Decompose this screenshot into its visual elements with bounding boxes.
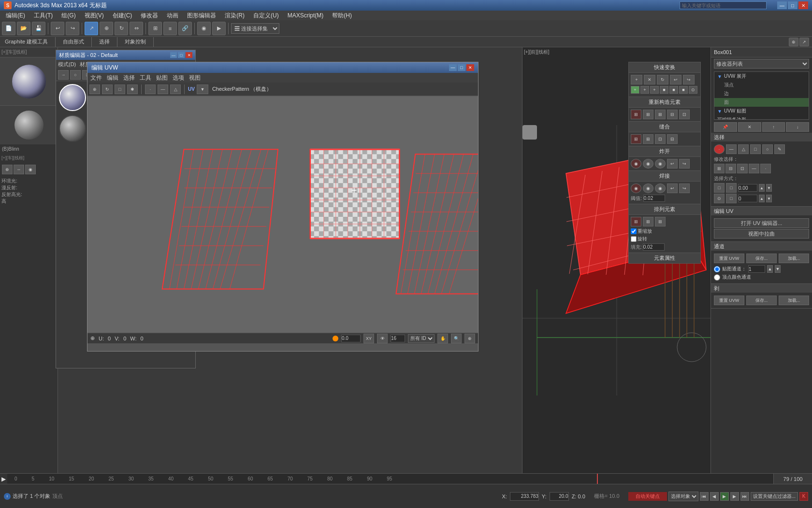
uvw-scale-btn[interactable]: □	[115, 85, 125, 94]
sel-face-btn[interactable]: △	[738, 144, 749, 154]
recon-btn4[interactable]: ⊟	[667, 110, 678, 119]
sidebar-btn-3[interactable]: ◉	[25, 165, 36, 174]
face-item[interactable]: 面	[714, 98, 809, 107]
g-snap-button[interactable]: ⊕	[789, 38, 798, 46]
merge-btn2[interactable]: ⊞	[643, 134, 653, 144]
open-uv-editor-btn[interactable]: 打开 UV 编辑器...	[714, 218, 809, 228]
maximize-button[interactable]: □	[788, 1, 798, 9]
menu-modifier[interactable]: 修改器	[137, 11, 162, 21]
sel-vertex-btn[interactable]: ·	[714, 144, 725, 154]
sel-box-btn[interactable]: □	[750, 144, 761, 154]
weld-btn3[interactable]: ◉	[655, 183, 666, 193]
menu-help[interactable]: 帮助(H)	[328, 11, 356, 21]
open-button[interactable]: 📂	[17, 22, 30, 35]
arrange-rotate-check[interactable]	[631, 236, 637, 242]
mat-menu-mode[interactable]: 模式(D)	[58, 61, 76, 68]
sel-mode-btn3[interactable]: ⊙	[714, 194, 725, 203]
x-input[interactable]	[510, 492, 539, 501]
uvw-menu-file[interactable]: 文件	[90, 74, 102, 82]
vertex-color-radio[interactable]	[714, 274, 720, 281]
mirror-button[interactable]: ⊞	[148, 22, 162, 35]
snap-button[interactable]: 🔗	[178, 22, 192, 35]
peel-reset-btn[interactable]: 重置 UVW	[714, 296, 744, 305]
selection-mode-select[interactable]: 选择对象	[668, 492, 698, 501]
qt-btn3[interactable]: +	[650, 86, 659, 94]
auto-keyframe-btn[interactable]: 自动关键点	[628, 492, 667, 501]
save-uvw-btn[interactable]: 保存...	[746, 254, 777, 263]
key-filter-btn[interactable]: 设置关键点过滤器...	[751, 492, 798, 501]
uvw-zoom-btn[interactable]: 🔍	[451, 334, 462, 343]
qt-green1[interactable]: +	[631, 86, 639, 94]
new-button[interactable]: 📄	[2, 22, 15, 35]
vertex-item[interactable]: 顶点	[714, 81, 809, 89]
edit-uv-header[interactable]: 编辑 UV	[711, 207, 812, 215]
uvw-maximize[interactable]: □	[458, 64, 465, 71]
prev-frame-btn[interactable]: ◀	[710, 492, 719, 501]
material-editor-button[interactable]: ◉	[197, 22, 211, 35]
uvw-id-select[interactable]: 所有 ID	[408, 334, 435, 343]
sel-mode-btn1[interactable]: □	[714, 183, 725, 193]
channel-header[interactable]: 通道	[711, 242, 812, 251]
uvw-menu-edit[interactable]: 编辑	[107, 74, 118, 82]
explode-btn2[interactable]: ◉	[643, 159, 653, 169]
ch-spin-up[interactable]: ▲	[767, 265, 773, 273]
qt-btn6[interactable]: ■	[679, 86, 688, 94]
qt-btn2[interactable]: +	[640, 86, 649, 94]
qt-redo[interactable]: ↪	[683, 75, 695, 85]
uvw-face-btn[interactable]: △	[170, 85, 181, 94]
edge-item[interactable]: 边	[714, 89, 809, 98]
peel-load-btn[interactable]: 加载...	[779, 296, 809, 305]
sel-spinup[interactable]: ▲	[759, 184, 765, 192]
uvw-menu-options[interactable]: 选项	[173, 74, 184, 82]
recon-btn1[interactable]: ⊞	[631, 110, 641, 119]
material-sphere-2[interactable]	[14, 111, 44, 140]
set-key-btn[interactable]: K	[799, 492, 808, 501]
menu-group[interactable]: 组(G)	[58, 11, 79, 21]
uvw-hand-btn[interactable]: ✋	[437, 334, 448, 343]
qt-undo[interactable]: ↩	[670, 75, 682, 85]
move-down-btn[interactable]: ↓	[786, 122, 809, 132]
menu-edit[interactable]: 编辑(E)	[2, 11, 29, 21]
weld-threshold-input[interactable]	[643, 195, 665, 202]
mod-btn5[interactable]: ·	[760, 164, 771, 173]
material-sphere-1[interactable]	[12, 65, 46, 99]
sel-spindown2[interactable]: ▼	[766, 195, 772, 202]
mat-sphere-05[interactable]	[59, 115, 86, 142]
modifier-stack[interactable]: ▼ UVW 展开 顶点 边 面 ▼ UVW 贴图 可编辑多边形 顶点	[714, 71, 809, 120]
peel-header[interactable]: 剥	[711, 284, 812, 293]
ch-spin-down[interactable]: ▼	[775, 265, 781, 273]
sel-paint-btn[interactable]: ✎	[774, 144, 785, 154]
save-button[interactable]: 💾	[32, 22, 45, 35]
scale-button[interactable]: ⇔	[130, 22, 143, 35]
sel-edge-btn[interactable]: —	[726, 144, 737, 154]
peel-save-btn[interactable]: 保存...	[746, 296, 777, 305]
move-up-btn[interactable]: ↑	[762, 122, 785, 132]
arrange-btn2[interactable]: ⊞	[643, 217, 653, 226]
mod-btn1[interactable]: ⊞	[714, 164, 725, 173]
qt-move-red[interactable]: +	[631, 75, 642, 85]
merge-btn3[interactable]: ⊡	[655, 134, 666, 144]
menu-custom[interactable]: 自定义(U)	[249, 11, 283, 21]
weld-btn1[interactable]: ◉	[631, 183, 641, 193]
uvw-rotate-btn[interactable]: ↻	[102, 85, 113, 94]
uvw-xy-btn[interactable]: XY	[363, 334, 374, 343]
uvw-canvas[interactable]	[87, 96, 478, 333]
map-channel-radio[interactable]	[714, 266, 720, 272]
uvw-vertex-btn[interactable]: ·	[145, 85, 156, 94]
arrange-rescale-check[interactable]	[631, 228, 637, 234]
uvw-freeform-btn[interactable]: ✱	[127, 85, 138, 94]
next-frame-btn[interactable]: ▶	[730, 492, 739, 501]
uvw-map-item[interactable]: ▼ UVW 贴图	[714, 107, 809, 115]
uvw-view-btn[interactable]: 👁	[377, 334, 388, 343]
render-button[interactable]: ▶	[212, 22, 226, 35]
arrange-fill-input[interactable]	[643, 243, 665, 251]
uvw-value-input[interactable]	[341, 335, 361, 342]
qt-btn7[interactable]: ⊙	[689, 86, 697, 94]
qt-btn4[interactable]: ■	[660, 86, 668, 94]
editable-poly-item[interactable]: 可编辑多边形	[714, 115, 809, 120]
delete-modifier-btn[interactable]: ✕	[738, 122, 761, 132]
select-header[interactable]: 选择	[711, 133, 812, 141]
y-input[interactable]	[550, 492, 569, 501]
play-btn[interactable]: ▶	[720, 492, 729, 501]
sel-value2-input[interactable]	[738, 195, 757, 202]
